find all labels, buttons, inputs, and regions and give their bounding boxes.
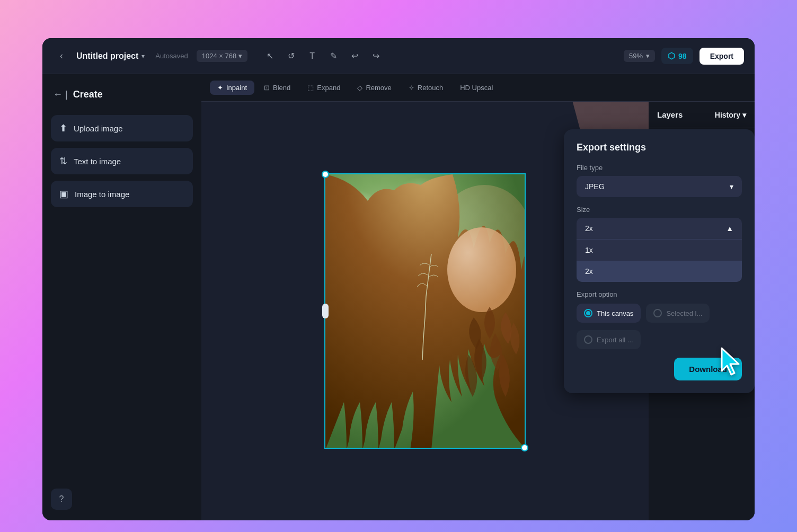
size-selector-header[interactable]: 2x ▲: [577, 218, 742, 239]
toolbar-tools: ↖ ↺ T ✎ ↩ ↪: [260, 47, 385, 66]
credits-display: ⬡ 98: [661, 48, 693, 64]
svg-point-10: [447, 227, 516, 312]
text-to-image-label: Text to image: [74, 157, 121, 166]
this-canvas-button[interactable]: This canvas: [577, 304, 641, 323]
text-tool-button[interactable]: T: [303, 47, 322, 66]
panel-header: Layers History ▾: [649, 102, 755, 128]
history-button[interactable]: History ▾: [715, 111, 746, 119]
export-all-radio: [584, 335, 592, 344]
size-option-1x[interactable]: 1x: [577, 240, 742, 261]
canvas-size-selector[interactable]: 1024 × 768 ▾: [197, 50, 247, 62]
zoom-value: 59%: [629, 52, 643, 60]
layers-label: Layers: [657, 110, 683, 119]
back-button[interactable]: ‹: [53, 48, 70, 65]
sidebar-header: ← | Create: [51, 85, 193, 104]
project-chevron-icon: ▾: [141, 52, 145, 60]
canvas-handle-tl[interactable]: [322, 171, 329, 178]
selected-button[interactable]: Selected l...: [646, 304, 710, 323]
undo-button[interactable]: ↩: [345, 47, 364, 66]
this-canvas-label: This canvas: [597, 309, 633, 317]
zoom-chevron-icon: ▾: [646, 52, 650, 60]
canvas-size-value: 1024 × 768: [202, 52, 236, 60]
file-type-selector[interactable]: JPEG ▾: [577, 176, 742, 197]
remove-icon: ◇: [357, 84, 362, 92]
pen-tool-button[interactable]: ✎: [324, 47, 343, 66]
canvas-handle-br[interactable]: [521, 444, 528, 451]
expand-icon: ⬚: [307, 84, 314, 92]
redo-button[interactable]: ↪: [366, 47, 385, 66]
sidebar-back-icon: ← |: [53, 89, 68, 100]
inpaint-label: Inpaint: [226, 84, 247, 92]
selected-radio: [653, 309, 662, 317]
export-button[interactable]: Export: [699, 48, 744, 65]
export-settings-popup: Export settings File type JPEG ▾ Size 2x…: [564, 129, 755, 393]
this-canvas-radio: [584, 309, 592, 317]
size-option-2x[interactable]: 2x: [577, 261, 742, 282]
inpaint-icon: ✦: [217, 84, 223, 92]
sidebar-bottom: ?: [51, 489, 193, 510]
blend-label: Blend: [273, 84, 290, 92]
topbar: ‹ Untitled project ▾ Autosaved 1024 × 76…: [42, 38, 755, 74]
export-all-button[interactable]: Export all ...: [577, 330, 641, 349]
tab-remove[interactable]: ◇ Remove: [350, 81, 398, 95]
history-chevron-icon: ▾: [742, 111, 746, 119]
sidebar-title: Create: [73, 89, 103, 100]
sidebar: ← | Create ⬆ Upload image ⇅ Text to imag…: [42, 74, 201, 520]
help-button[interactable]: ?: [51, 489, 72, 510]
image-to-image-label: Image to image: [75, 190, 129, 199]
history-label: History: [715, 111, 740, 119]
upload-image-label: Upload image: [74, 124, 123, 133]
export-all-label: Export all ...: [597, 336, 633, 344]
remove-label: Remove: [366, 84, 391, 92]
upload-image-icon: ⬆: [59, 122, 67, 134]
upload-image-button[interactable]: ⬆ Upload image: [51, 115, 193, 141]
selected-label: Selected l...: [666, 309, 702, 317]
size-1x-label: 1x: [585, 246, 593, 254]
size-selector: 2x ▲ 1x 2x: [577, 218, 742, 282]
rotate-tool-button[interactable]: ↺: [281, 47, 300, 66]
app-window: ‹ Untitled project ▾ Autosaved 1024 × 76…: [42, 38, 755, 520]
blend-icon: ⊡: [264, 84, 270, 92]
tab-expand[interactable]: ⬚ Expand: [300, 81, 348, 95]
canvas-image-container[interactable]: [324, 173, 526, 449]
canvas-image: [325, 174, 525, 448]
tab-blend[interactable]: ⊡ Blend: [256, 81, 298, 95]
canvas-handle-mid[interactable]: [322, 304, 329, 318]
autosaved-label: Autosaved: [155, 52, 188, 60]
size-dropdown-options: 1x 2x: [577, 239, 742, 282]
tab-upscal[interactable]: HD Upscal: [453, 81, 500, 95]
export-options-row: This canvas Selected l...: [577, 304, 742, 323]
expand-label: Expand: [317, 84, 340, 92]
canvas-size-chevron: ▾: [238, 52, 242, 60]
tool-strip: ✦ Inpaint ⊡ Blend ⬚ Expand ◇ Remove ✧: [201, 74, 755, 102]
project-name-area[interactable]: Untitled project ▾: [76, 51, 145, 61]
text-to-image-button[interactable]: ⇅ Text to image: [51, 148, 193, 174]
file-type-chevron-icon: ▾: [730, 182, 733, 191]
project-name: Untitled project: [76, 51, 138, 61]
download-button[interactable]: Download: [674, 358, 742, 380]
retouch-label: Retouch: [418, 84, 443, 92]
zoom-control[interactable]: 59% ▾: [624, 50, 655, 62]
retouch-icon: ✧: [409, 84, 414, 92]
credits-value: 98: [678, 52, 687, 60]
main-area: ← | Create ⬆ Upload image ⇅ Text to imag…: [42, 74, 755, 520]
upscal-label: HD Upscal: [460, 84, 493, 92]
size-value: 2x: [585, 224, 593, 233]
credits-icon: ⬡: [668, 51, 675, 61]
size-2x-label: 2x: [585, 267, 593, 276]
size-chevron-up-icon: ▲: [726, 224, 733, 233]
select-tool-button[interactable]: ↖: [260, 47, 279, 66]
tab-inpaint[interactable]: ✦ Inpaint: [210, 81, 254, 95]
export-settings-title: Export settings: [577, 142, 742, 153]
file-type-value: JPEG: [585, 182, 605, 191]
tab-retouch[interactable]: ✧ Retouch: [401, 81, 450, 95]
size-label: Size: [577, 206, 742, 214]
export-option-label: Export option: [577, 290, 742, 298]
image-to-image-button[interactable]: ▣ Image to image: [51, 181, 193, 207]
image-to-image-icon: ▣: [59, 188, 68, 200]
text-to-image-icon: ⇅: [59, 155, 67, 167]
file-type-label: File type: [577, 164, 742, 172]
